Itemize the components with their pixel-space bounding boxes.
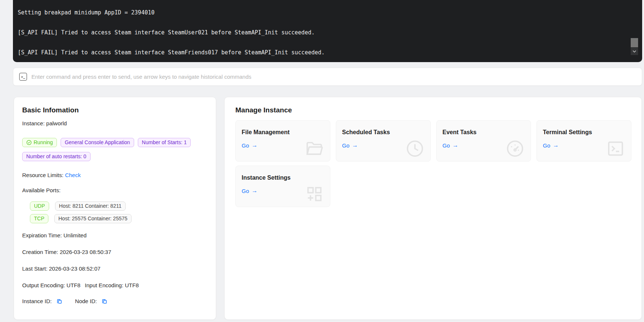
- restart-tag-row: Number of auto restarts: 0: [22, 152, 208, 161]
- event-tasks-go-link[interactable]: Go →: [443, 142, 459, 149]
- manage-card-scheduled-tasks[interactable]: Scheduled Tasks Go →: [336, 120, 431, 162]
- copy-instance-id-icon[interactable]: [56, 298, 62, 304]
- status-badge: Running: [22, 138, 57, 147]
- manage-card-grid: File Management Go → Scheduled Tasks Go …: [235, 120, 631, 207]
- basic-information-card: Basic Infomation Instance: palworld Runn…: [14, 97, 216, 320]
- expiration-time-line: Expiration Time: Unlimited: [22, 231, 208, 239]
- check-circle-icon: [26, 140, 32, 145]
- manage-card-terminal-settings[interactable]: Terminal Settings Go →: [536, 120, 631, 162]
- udp-protocol-badge: UDP: [30, 201, 49, 211]
- last-start-line: Last Start: 2026-03-23 08:52:07: [22, 265, 208, 272]
- go-label: Go: [543, 142, 550, 149]
- go-label: Go: [242, 188, 249, 194]
- terminal-line: [S_API FAIL] Tried to access Steam inter…: [18, 29, 627, 36]
- terminal-scroll-down-button[interactable]: [631, 48, 638, 55]
- clock-icon: [405, 139, 425, 158]
- tcp-protocol-badge: TCP: [30, 214, 48, 223]
- node-id-label: Node ID:: [75, 297, 97, 305]
- manage-instance-card: Manage Instance File Management Go → Sch…: [224, 97, 642, 320]
- instance-name-line: Instance: palworld: [22, 119, 208, 127]
- resource-limits-label: Resource Limits:: [22, 172, 64, 178]
- go-arrow-icon: →: [352, 142, 358, 149]
- go-arrow-icon: →: [453, 142, 459, 149]
- manage-card-file-management[interactable]: File Management Go →: [235, 120, 330, 162]
- go-arrow-icon: →: [252, 142, 258, 149]
- port-row-udp: UDP Host: 8211 Container: 8211: [30, 201, 208, 211]
- resource-limits-line: Resource Limits: Check: [22, 171, 208, 179]
- scheduled-tasks-go-link[interactable]: Go →: [342, 142, 358, 149]
- gauge-icon: [505, 139, 525, 158]
- auto-restarts-badge: Number of auto restarts: 0: [22, 152, 91, 161]
- go-label: Go: [242, 142, 249, 149]
- terminal-scrollbar-thumb[interactable]: [631, 38, 638, 47]
- command-input[interactable]: [31, 74, 636, 80]
- starts-count-badge: Number of Starts: 1: [138, 138, 191, 147]
- status-badge-label: Running: [34, 138, 53, 147]
- manage-instance-title: Manage Instance: [235, 105, 631, 115]
- layout-add-icon: [305, 184, 324, 204]
- output-encoding-label: Output Encoding: UTF8: [22, 282, 81, 288]
- status-tag-row: Running General Console Application Numb…: [22, 138, 208, 147]
- instance-type-badge: General Console Application: [61, 138, 134, 147]
- manage-card-event-tasks[interactable]: Event Tasks Go →: [436, 120, 531, 162]
- udp-port-mapping: Host: 8211 Container: 8211: [55, 201, 126, 211]
- terminal-prompt-icon: >_: [19, 73, 27, 81]
- terminal-icon: [606, 139, 625, 158]
- terminal-log: Setting breakpad minidump AppID = 239401…: [18, 0, 627, 62]
- go-label: Go: [443, 142, 450, 149]
- terminal-settings-title: Terminal Settings: [543, 129, 625, 136]
- ids-line: Instance ID: Node ID:: [22, 297, 208, 305]
- instance-settings-title: Instance Settings: [242, 174, 324, 182]
- manage-card-instance-settings[interactable]: Instance Settings Go →: [235, 166, 330, 207]
- available-ports-label: Available Ports:: [22, 186, 208, 194]
- resource-limits-check-link[interactable]: Check: [65, 172, 81, 178]
- event-tasks-title: Event Tasks: [443, 129, 525, 136]
- port-row-tcp: TCP Host: 25575 Container: 25575: [30, 214, 208, 223]
- instance-id-label: Instance ID:: [22, 297, 52, 305]
- creation-time-line: Creation Time: 2026-03-23 08:50:37: [22, 248, 208, 256]
- go-label: Go: [342, 142, 350, 149]
- terminal-line: Setting breakpad minidump AppID = 239401…: [18, 9, 627, 16]
- command-input-bar: >_: [13, 68, 642, 86]
- chevron-down-icon: [632, 49, 637, 54]
- tcp-port-mapping: Host: 25575 Container: 25575: [54, 214, 132, 223]
- instance-settings-go-link[interactable]: Go →: [242, 187, 258, 194]
- file-management-title: File Management: [242, 129, 324, 136]
- terminal-settings-go-link[interactable]: Go →: [543, 142, 559, 149]
- input-encoding-label: Input Encoding: UTF8: [85, 282, 139, 288]
- basic-information-title: Basic Infomation: [22, 105, 208, 115]
- file-management-go-link[interactable]: Go →: [242, 142, 258, 149]
- terminal-output[interactable]: Setting breakpad minidump AppID = 239401…: [13, 0, 642, 62]
- scheduled-tasks-title: Scheduled Tasks: [342, 129, 425, 136]
- terminal-line: [S_API FAIL] Tried to access Steam inter…: [18, 49, 627, 56]
- copy-node-id-icon[interactable]: [101, 298, 108, 304]
- encoding-line: Output Encoding: UTF8Input Encoding: UTF…: [22, 281, 208, 289]
- folder-icon: [305, 139, 324, 158]
- go-arrow-icon: →: [252, 187, 258, 194]
- go-arrow-icon: →: [553, 142, 559, 149]
